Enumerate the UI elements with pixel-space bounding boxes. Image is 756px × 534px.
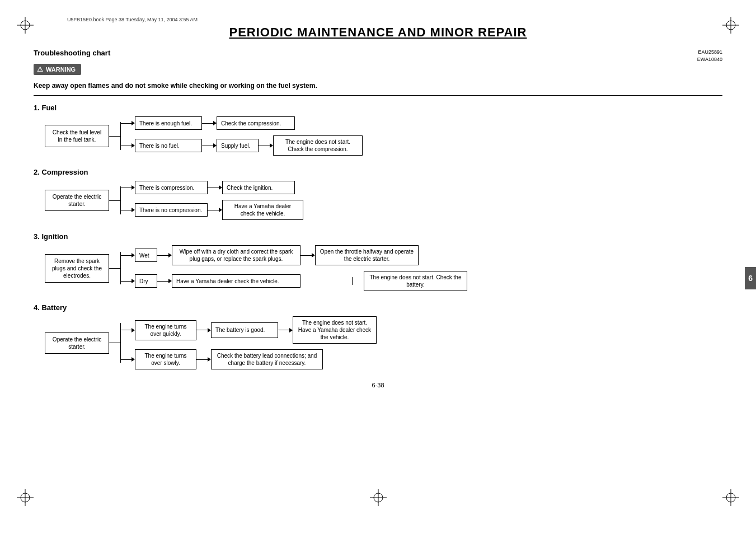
flowchart-ignition: 3. Ignition Remove the spark plugs and c… [34, 232, 722, 291]
ign-start-box: Remove the spark plugs and check the ele… [45, 254, 109, 283]
flowchart-battery: 4. Battery Operate the electric starter.… [34, 303, 722, 369]
corner-mark-bottom-center [370, 489, 387, 506]
comp-branch1-result: Check the ignition. [222, 181, 295, 194]
battery-title: 4. Battery [34, 303, 722, 312]
page: 6 U5FB15E0.book Page 38 Tuesday, May 11,… [0, 0, 756, 534]
bat-branch1-result: The engine does not start. Have a Yamaha… [293, 316, 377, 344]
bat-branch1-box: The engine turns over quickly. [135, 320, 196, 340]
ign-branch2-mid: Have a Yamaha dealer check the vehicle. [172, 274, 300, 288]
warning-container: ⚠ WARNING [34, 64, 722, 78]
section-rule [34, 95, 722, 96]
section-heading: Troubleshooting chart [34, 49, 110, 57]
page-number: 6-38 [34, 382, 722, 388]
fuel-start-box: Check the fuel level in the fuel tank. [45, 125, 109, 147]
comp-start-box: Operate the electric starter. [45, 190, 109, 211]
fuel-branch1-result: Check the compression. [217, 116, 295, 130]
ign-branch1-box: Wet [135, 249, 157, 262]
flowchart-fuel: 1. Fuel Check the fuel level in the fuel… [34, 104, 722, 156]
comp-branch1-box: There is compression. [135, 181, 208, 194]
fuel-branch2-box: There is no fuel. [135, 139, 202, 152]
corner-mark-bottom-right [722, 489, 739, 506]
chapter-number: 6 [748, 274, 753, 283]
ign-branch2-result: The engine does not start. Check the bat… [364, 271, 467, 291]
warning-icon: ⚠ [37, 65, 43, 73]
corner-mark-bottom-left [17, 489, 34, 506]
ign-branch1-mid: Wipe off with a dry cloth and correct th… [172, 245, 300, 265]
fuel-title: 1. Fuel [34, 104, 722, 112]
fuel-branch2-mid: Supply fuel. [217, 139, 259, 152]
corner-mark-top-right [722, 17, 739, 34]
file-info: U5FB15E0.book Page 38 Tuesday, May 11, 2… [67, 17, 722, 22]
fuel-branch1-box: There is enough fuel. [135, 116, 202, 130]
comp-branch2-result: Have a Yamaha dealer check the vehicle. [222, 200, 303, 220]
bat-start-box: Operate the electric starter. [45, 332, 109, 354]
warning-text: Keep away open flames and do not smoke w… [34, 82, 722, 90]
bat-branch2-mid: Check the battery lead connections; and … [211, 349, 323, 369]
warning-box: ⚠ WARNING [34, 64, 81, 75]
ref-codes: EAU25891 EWA10840 [697, 49, 722, 63]
ignition-title: 3. Ignition [34, 232, 722, 241]
warning-label: WARNING [46, 66, 76, 73]
fuel-branch2-result: The engine does not start. Check the com… [273, 135, 363, 156]
ign-branch2-box: Dry [135, 274, 157, 288]
ign-branch1-result: Open the throttle halfway and operate th… [315, 245, 419, 265]
top-header: Troubleshooting chart EAU25891 EWA10840 [34, 49, 722, 63]
comp-branch2-box: There is no compression. [135, 203, 208, 217]
chapter-tab: 6 [745, 267, 756, 289]
corner-mark-top-left [17, 17, 34, 34]
main-title: PERIODIC MAINTENANCE AND MINOR REPAIR [34, 25, 722, 40]
bat-branch1-mid: The battery is good. [211, 322, 278, 338]
flowchart-compression: 2. Compression Operate the electric star… [34, 168, 722, 220]
compression-title: 2. Compression [34, 168, 722, 176]
bat-branch2-box: The engine turns over slowly. [135, 349, 196, 369]
